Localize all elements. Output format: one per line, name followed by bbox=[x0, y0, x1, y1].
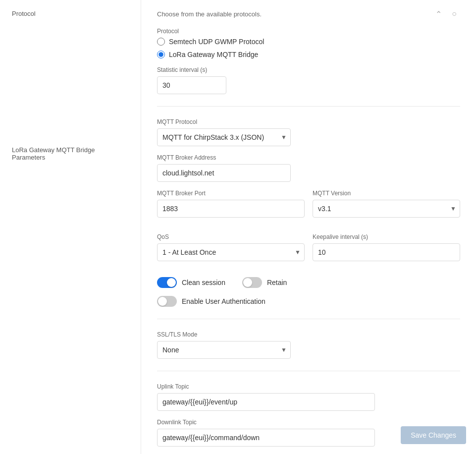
radio-lora-label: LoRa Gateway MQTT Bridge bbox=[169, 51, 258, 58]
ssl-mode-group: SSL/TLS Mode None CA signed server certi… bbox=[157, 331, 460, 359]
mqtt-version-label: MQTT Version bbox=[313, 190, 460, 197]
retain-toggle[interactable] bbox=[242, 277, 262, 288]
qos-group: QoS 0 - At Most Once 1 - At Least Once 2… bbox=[157, 233, 305, 261]
mqtt-protocol-select-wrapper: MQTT for ChirpStack 3.x (JSON) MQTT for … bbox=[157, 128, 291, 146]
enable-auth-toggle[interactable] bbox=[157, 296, 177, 307]
retain-label: Retain bbox=[267, 279, 287, 286]
qos-select-wrapper: 0 - At Most Once 1 - At Least Once 2 - E… bbox=[157, 243, 305, 261]
keepalive-group: Keepalive interval (s) bbox=[313, 233, 460, 261]
broker-address-label: MQTT Broker Address bbox=[157, 154, 460, 161]
ssl-mode-select-wrapper: None CA signed server certificate Self-s… bbox=[157, 341, 291, 359]
auth-divider bbox=[157, 319, 460, 319]
section-header: Choose from the available protocols. ⌃ ○ bbox=[157, 8, 460, 20]
downlink-topic-label: Downlink Topic bbox=[157, 419, 460, 426]
broker-address-input[interactable] bbox=[157, 164, 291, 182]
radio-semtech[interactable]: Semtech UDP GWMP Protocol bbox=[157, 38, 460, 46]
collapse-button[interactable]: ⌃ bbox=[432, 8, 444, 20]
retain-slider bbox=[242, 277, 262, 288]
statistic-interval-input[interactable] bbox=[157, 76, 226, 94]
statistic-interval-label: Statistic interval (s) bbox=[157, 66, 226, 73]
radio-lora[interactable]: LoRa Gateway MQTT Bridge bbox=[157, 51, 460, 58]
clean-session-label: Clean session bbox=[182, 279, 225, 286]
clean-session-slider bbox=[157, 277, 177, 288]
radio-semtech-input[interactable] bbox=[157, 38, 165, 46]
qos-keepalive-row: QoS 0 - At Most Once 1 - At Least Once 2… bbox=[157, 233, 460, 269]
enable-auth-slider bbox=[157, 296, 177, 307]
section-divider bbox=[157, 106, 460, 107]
keepalive-label: Keepalive interval (s) bbox=[313, 233, 460, 240]
mqtt-protocol-group: MQTT Protocol MQTT for ChirpStack 3.x (J… bbox=[157, 118, 460, 146]
enable-auth-row: Enable User Authentication bbox=[157, 296, 460, 307]
radio-lora-input[interactable] bbox=[157, 51, 165, 58]
statistic-interval-group: Statistic interval (s) bbox=[157, 66, 226, 94]
qos-label: QoS bbox=[157, 233, 305, 240]
mqtt-version-select-wrapper: v3.1 v3.1.1 v5.0 ▼ bbox=[313, 200, 460, 218]
ssl-mode-label: SSL/TLS Mode bbox=[157, 331, 460, 338]
sidebar: Protocol LoRa Gateway MQTT Bridge Parame… bbox=[0, 0, 141, 454]
broker-port-group: MQTT Broker Port bbox=[157, 190, 305, 218]
protocol-section: Protocol Semtech UDP GWMP Protocol LoRa … bbox=[157, 28, 460, 94]
section-description: Choose from the available protocols. bbox=[157, 10, 262, 18]
mqtt-protocol-label: MQTT Protocol bbox=[157, 118, 460, 125]
keepalive-input[interactable] bbox=[313, 243, 460, 261]
uplink-topic-input[interactable] bbox=[157, 393, 375, 411]
broker-address-group: MQTT Broker Address bbox=[157, 154, 460, 182]
mqtt-section: MQTT Protocol MQTT for ChirpStack 3.x (J… bbox=[157, 118, 460, 447]
ssl-divider bbox=[157, 371, 460, 371]
mqtt-version-select[interactable]: v3.1 v3.1.1 v5.0 bbox=[313, 200, 460, 218]
save-changes-button[interactable]: Save Changes bbox=[401, 426, 466, 444]
protocol-radio-group: Semtech UDP GWMP Protocol LoRa Gateway M… bbox=[157, 38, 460, 58]
close-button[interactable]: ○ bbox=[448, 8, 460, 20]
main-content: Choose from the available protocols. ⌃ ○… bbox=[141, 0, 476, 454]
clean-session-row: Clean session Retain bbox=[157, 277, 460, 288]
protocol-label: Protocol bbox=[157, 28, 460, 35]
uplink-topic-label: Uplink Topic bbox=[157, 383, 460, 390]
mqtt-protocol-select[interactable]: MQTT for ChirpStack 3.x (JSON) MQTT for … bbox=[157, 128, 291, 146]
clean-session-toggle[interactable] bbox=[157, 277, 177, 288]
uplink-topic-group: Uplink Topic bbox=[157, 383, 460, 411]
radio-semtech-label: Semtech UDP GWMP Protocol bbox=[169, 38, 264, 46]
section-controls: ⌃ ○ bbox=[432, 8, 460, 20]
port-version-row: MQTT Broker Port MQTT Version v3.1 v3.1.… bbox=[157, 190, 460, 226]
downlink-topic-input[interactable] bbox=[157, 429, 375, 447]
broker-port-input[interactable] bbox=[157, 200, 305, 218]
broker-port-label: MQTT Broker Port bbox=[157, 190, 305, 197]
sidebar-protocol-label: Protocol bbox=[12, 10, 129, 17]
enable-auth-label: Enable User Authentication bbox=[182, 297, 265, 305]
ssl-mode-select[interactable]: None CA signed server certificate Self-s… bbox=[157, 341, 291, 359]
sidebar-lora-label: LoRa Gateway MQTT Bridge Parameters bbox=[12, 146, 129, 161]
mqtt-version-group: MQTT Version v3.1 v3.1.1 v5.0 ▼ bbox=[313, 190, 460, 218]
qos-select[interactable]: 0 - At Most Once 1 - At Least Once 2 - E… bbox=[157, 243, 305, 261]
